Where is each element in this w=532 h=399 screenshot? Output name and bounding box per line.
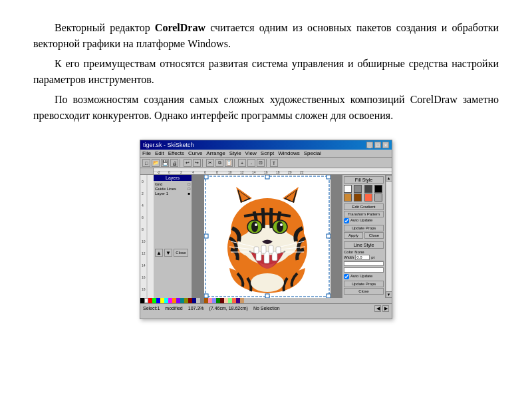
maximize-button[interactable]: □	[374, 142, 381, 148]
vertical-scrollbar: ▲ ▼	[385, 175, 392, 298]
text-block-1: Векторный редактор CorelDraw считается о…	[33, 20, 499, 128]
line-preview	[344, 261, 384, 266]
close-fill-btn[interactable]: Close	[364, 232, 384, 239]
toolbar-zoom-fit[interactable]: ⊡	[257, 159, 265, 167]
menu-style[interactable]: Style	[229, 150, 241, 156]
svg-point-43	[255, 223, 257, 226]
update-props-btn[interactable]: Update Props	[344, 225, 384, 231]
toolbar-copy[interactable]: ⧉	[215, 159, 223, 167]
transform-pattern-btn[interactable]: Transform Pattern	[344, 211, 384, 217]
menu-script[interactable]: Script	[261, 150, 274, 156]
svg-text:22: 22	[300, 170, 304, 174]
ruler-corner	[140, 168, 154, 175]
canvas-area	[192, 175, 342, 298]
svg-text:20: 20	[288, 170, 292, 174]
toolbar-t[interactable]: T	[270, 159, 278, 167]
auto-update-line-checkbox[interactable]	[344, 274, 349, 279]
minimize-button[interactable]: _	[366, 142, 373, 148]
layer-guideline-indicator: □	[188, 187, 190, 191]
coreldraw-bold: CorelDraw	[155, 22, 205, 33]
edit-gradient-btn[interactable]: Edit Gradient	[344, 203, 384, 210]
menu-curve[interactable]: Curve	[188, 150, 202, 156]
svg-text:6: 6	[204, 170, 206, 174]
status-select: Select:1	[143, 306, 160, 311]
svg-point-41	[251, 221, 258, 232]
ruler-horizontal: -2 0 2 4 6 8 10 12 14 16 18 20 22	[154, 168, 392, 175]
scroll-down-btn[interactable]: ▼	[386, 291, 392, 298]
right-panel: Fill Style Edit Gradient Transform Patte…	[342, 175, 385, 298]
auto-update-line-row: Auto Update	[344, 274, 384, 279]
update-props-line-btn[interactable]: Update Props	[344, 281, 384, 287]
color-tan[interactable]	[240, 298, 244, 303]
swatch-2[interactable]	[354, 185, 362, 193]
menu-windows[interactable]: Windows	[278, 150, 299, 156]
toolbar-undo[interactable]: ↩	[184, 159, 192, 167]
status-modified: modified	[165, 306, 182, 311]
left-toolbar: 0 2 4 6 8 10 12 14 16 18	[140, 175, 154, 298]
menu-arrange[interactable]: Arrange	[206, 150, 225, 156]
toolbar-redo[interactable]: ↪	[193, 159, 201, 167]
layer-grid-indicator: □	[188, 182, 190, 186]
close-button[interactable]: ×	[382, 142, 389, 148]
swatch-3[interactable]	[364, 185, 372, 193]
width-input[interactable]	[355, 255, 370, 260]
toolbar-separator-3	[234, 159, 237, 167]
layer-add-btn[interactable]: ▲	[155, 249, 163, 257]
svg-text:2: 2	[180, 170, 182, 174]
width-label: Width	[344, 255, 354, 259]
menu-bar[interactable]: File Edit Effects Curve Arrange Style Vi…	[140, 150, 392, 158]
layer-close-btn[interactable]: Close	[174, 249, 188, 257]
apply-btn[interactable]: Apply	[344, 232, 363, 239]
tiger-svg	[204, 175, 331, 298]
svg-text:8: 8	[216, 170, 218, 174]
auto-update-checkbox[interactable]	[344, 218, 349, 223]
menu-file[interactable]: File	[142, 150, 151, 156]
fill-swatches	[344, 185, 384, 201]
toolbar-separator-4	[266, 159, 269, 167]
layer-down-btn[interactable]: ▼	[164, 249, 172, 257]
scroll-right-btn[interactable]: ▶	[382, 305, 389, 312]
toolbar-print[interactable]: 🖨	[170, 159, 178, 167]
window-controls[interactable]: _ □ ×	[366, 142, 389, 148]
swatch-6[interactable]	[354, 194, 362, 201]
toolbar-separator-2	[202, 159, 205, 167]
auto-update-label: Auto Update	[350, 218, 372, 223]
toolbar-paste[interactable]: 📋	[225, 159, 233, 167]
scroll-left-btn[interactable]: ◀	[374, 305, 381, 312]
scroll-up-btn[interactable]: ▲	[386, 175, 392, 182]
toolbar-cut[interactable]: ✂	[206, 159, 214, 167]
screenshot-container: tiger.sk - SkiSketch _ □ × File Edit Eff…	[33, 140, 499, 319]
swatch-7[interactable]	[364, 194, 372, 201]
menu-edit[interactable]: Edit	[155, 150, 164, 156]
paragraph-2: К его преимуществам относятся развитая с…	[33, 56, 499, 88]
window-title: tiger.sk - SkiSketch	[143, 142, 194, 148]
toolbar-new[interactable]: □	[142, 159, 150, 167]
toolbar-separator-1	[180, 159, 182, 167]
swatch-8[interactable]	[374, 194, 382, 201]
fill-style-title: Fill Style	[344, 176, 384, 184]
paragraph-1: Векторный редактор CorelDraw считается о…	[33, 20, 499, 52]
svg-text:12: 12	[240, 170, 244, 174]
status-coords: (7.46cm, 18.62cm)	[209, 306, 248, 311]
menu-special[interactable]: Special	[304, 150, 321, 156]
swatch-1[interactable]	[344, 185, 352, 193]
paragraph-3: По возможностям создания самых сложных х…	[33, 92, 499, 124]
svg-rect-69	[327, 294, 331, 298]
layers-content: Grid □ Guide Lines □ Layer 1 ■ ▲	[154, 181, 192, 258]
toolbar-zoom-in[interactable]: +	[238, 159, 246, 167]
line-preview-inner	[344, 261, 383, 265]
svg-text:10: 10	[228, 170, 232, 174]
toolbar-zoom-out[interactable]: -	[247, 159, 255, 167]
menu-effects[interactable]: Effects	[168, 150, 184, 156]
toolbar-open[interactable]: 📂	[152, 159, 160, 167]
swatch-5[interactable]	[344, 194, 352, 201]
svg-rect-62	[204, 175, 208, 179]
swatch-4[interactable]	[374, 185, 382, 193]
ruler-svg: -2 0 2 4 6 8 10 12 14 16 18 20 22	[154, 168, 392, 175]
svg-text:16: 16	[264, 170, 268, 174]
toolbar-save[interactable]: 💾	[161, 159, 169, 167]
menu-view[interactable]: View	[245, 150, 257, 156]
close-line-btn[interactable]: Close	[344, 288, 384, 295]
scroll-track-v[interactable]	[386, 182, 392, 291]
svg-point-44	[280, 223, 283, 226]
